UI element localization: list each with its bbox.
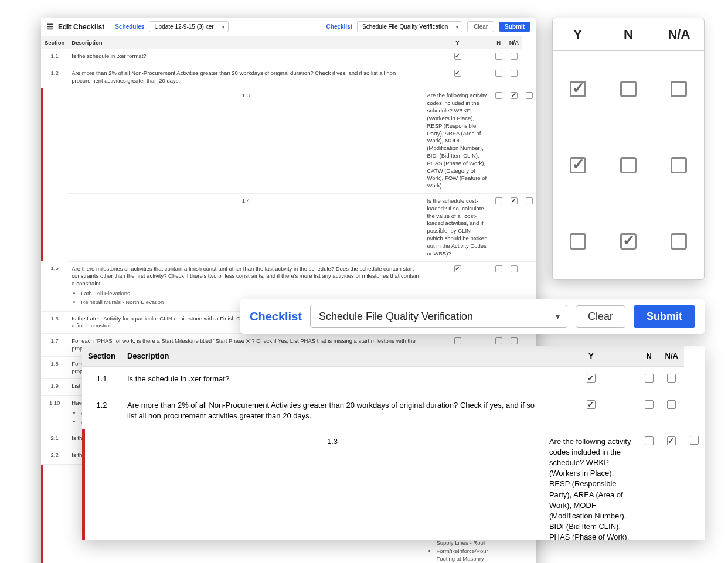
n-checkbox[interactable] — [506, 194, 522, 262]
lg-col-section: Section — [82, 346, 121, 367]
schedules-link[interactable]: Schedules — [115, 23, 144, 30]
bar-submit-button[interactable]: Submit — [634, 305, 695, 328]
table-row: 1.2Are more than 2% of all Non-Procureme… — [82, 393, 705, 429]
table-row: 1.3Are the following activity codes incl… — [41, 88, 536, 194]
n-checkbox[interactable] — [639, 393, 659, 429]
checklist-action-bar: Checklist Schedule File Quality Verifica… — [240, 299, 705, 334]
description-cell: Are more than 2% of all Non-Procurement … — [68, 66, 423, 88]
description-cell: Are the following activity codes include… — [423, 88, 491, 194]
col-n: N — [492, 36, 506, 49]
zoom-header-n: N — [624, 27, 633, 42]
checkbox-icon — [526, 197, 533, 204]
na-checkbox[interactable] — [684, 429, 705, 540]
checkbox-icon — [671, 81, 687, 97]
na-checkbox[interactable] — [506, 66, 522, 88]
col-section: Section — [41, 36, 68, 49]
zoom-y-cell[interactable] — [553, 127, 603, 203]
table-row: 1.2Are more than 2% of all Non-Procureme… — [41, 66, 536, 88]
submit-button[interactable]: Submit — [499, 22, 530, 32]
section-cell: 1.6 — [41, 311, 68, 334]
zoom-n-cell[interactable] — [603, 203, 654, 279]
y-checkbox[interactable] — [423, 49, 491, 66]
checkbox-icon — [495, 337, 502, 344]
section-cell: 1.3 — [121, 429, 543, 540]
section-cell: 1.4 — [68, 194, 423, 262]
checkbox-icon — [587, 374, 596, 383]
y-checkbox[interactable] — [423, 66, 491, 88]
table-row: 1.1Is the schedule in .xer format? — [41, 49, 536, 66]
section-cell: 1.1 — [82, 367, 121, 393]
checkbox-icon — [671, 233, 687, 250]
checkbox-icon — [667, 400, 676, 409]
checkbox-icon — [511, 70, 518, 77]
checkbox-icon — [495, 53, 502, 60]
y-checkbox[interactable] — [492, 194, 506, 262]
zoom-y-cell[interactable] — [553, 51, 603, 127]
table-row: 1.4Is the schedule cost-loaded? If so, c… — [41, 194, 536, 262]
table-row: 1.1Is the schedule in .xer format? — [82, 367, 705, 393]
bar-checklist-label[interactable]: Checklist — [250, 310, 302, 323]
app-header: ☰ Edit Checklist Schedules Update 12-9-1… — [41, 18, 536, 36]
zoom-n-cell[interactable] — [603, 51, 654, 127]
section-cell: 2.2 — [41, 448, 68, 465]
description-cell: Is the schedule in .xer format? — [68, 49, 423, 66]
checkbox-icon — [645, 374, 654, 383]
checkbox-icon — [587, 400, 596, 409]
y-checkbox[interactable] — [543, 393, 639, 429]
section-cell: 1.1 — [41, 49, 68, 66]
y-checkbox[interactable] — [492, 88, 506, 194]
checkbox-icon — [511, 53, 518, 60]
y-checkbox[interactable] — [639, 429, 659, 540]
zoom-header-y: Y — [573, 27, 582, 42]
na-checkbox[interactable] — [522, 88, 536, 194]
section-cell: 1.9 — [41, 379, 68, 396]
col-na: N/A — [506, 36, 522, 49]
section-cell: 1.5 — [41, 261, 68, 311]
n-checkbox[interactable] — [639, 367, 659, 393]
na-checkbox[interactable] — [659, 367, 684, 393]
checklist-link[interactable]: Checklist — [326, 23, 352, 30]
na-checkbox[interactable] — [522, 194, 536, 262]
description-cell: Is the schedule cost-loaded? If so, calc… — [423, 194, 491, 262]
checklist-type-value: Schedule File Quality Verification — [362, 23, 448, 30]
zoom-na-cell[interactable] — [654, 51, 704, 127]
section-cell: 1.2 — [82, 393, 121, 429]
checkbox-icon — [671, 157, 687, 173]
zoom-yn-grid: Y N N/A — [552, 18, 705, 280]
section-cell: 1.2 — [41, 66, 68, 88]
section-cell: 1.10 — [41, 396, 68, 431]
checkbox-icon — [511, 92, 518, 99]
checkbox-icon — [495, 92, 502, 99]
n-checkbox[interactable] — [659, 429, 684, 540]
zoom-n-cell[interactable] — [603, 127, 654, 203]
checkbox-icon — [667, 436, 676, 445]
bar-clear-button[interactable]: Clear — [576, 305, 625, 328]
checkbox-icon — [511, 337, 518, 344]
description-cell: Is the schedule in .xer format? — [121, 367, 543, 393]
bar-checklist-select[interactable]: Schedule File Quality Verification ▾ — [310, 305, 567, 328]
zoom-y-cell[interactable] — [553, 203, 603, 279]
col-description: Description — [68, 36, 423, 49]
n-checkbox[interactable] — [506, 88, 522, 194]
checkbox-icon — [645, 436, 654, 445]
checklist-type-select[interactable]: Schedule File Quality Verification ▾ — [357, 21, 462, 32]
n-checkbox[interactable] — [492, 49, 506, 66]
checkbox-icon — [570, 233, 586, 250]
checkbox-icon — [620, 81, 637, 97]
n-checkbox[interactable] — [492, 66, 506, 88]
lg-col-n: N — [639, 346, 659, 367]
checkbox-icon — [526, 92, 533, 99]
lg-col-description: Description — [121, 346, 543, 367]
checkbox-icon — [690, 436, 699, 445]
zoom-na-cell[interactable] — [654, 203, 704, 279]
detail-table-panel: Section Description Y N N/A 1.1Is the sc… — [82, 346, 705, 540]
na-checkbox[interactable] — [659, 393, 684, 429]
schedule-select[interactable]: Update 12-9-15 (3).xer ▾ — [149, 21, 228, 32]
checkbox-icon — [667, 374, 676, 383]
na-checkbox[interactable] — [506, 49, 522, 66]
description-cell: Are more than 2% of all Non-Procurement … — [121, 393, 543, 429]
zoom-na-cell[interactable] — [654, 127, 704, 203]
clear-button[interactable]: Clear — [467, 21, 494, 32]
y-checkbox[interactable] — [543, 367, 639, 393]
checklist-icon: ☰ — [47, 23, 53, 31]
